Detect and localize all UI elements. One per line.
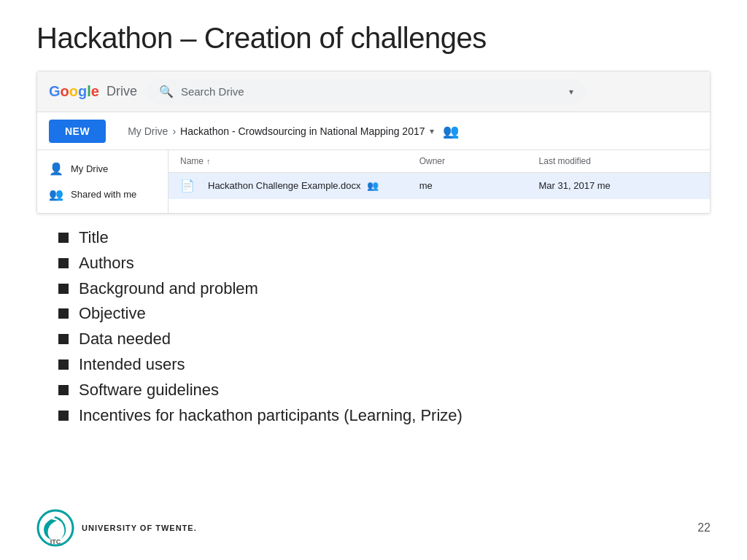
content-list: TitleAuthorsBackground and problemObject…	[58, 227, 711, 427]
sidebar-label-shared: Shared with me	[71, 189, 136, 200]
bullet-icon	[58, 334, 69, 344]
file-modified-date: Mar 31, 2017	[539, 180, 595, 191]
slide: Hackathon – Creation of challenges Googl…	[0, 0, 747, 560]
list-item: Software guidelines	[58, 379, 711, 402]
search-dropdown-arrow[interactable]: ▾	[569, 87, 573, 97]
list-item-text: Authors	[79, 252, 134, 275]
bullet-icon	[58, 284, 69, 294]
logo-drive-text: Drive	[107, 84, 137, 99]
drive-breadcrumb-bar: NEW My Drive › Hackathon - Crowdsourcing…	[37, 112, 710, 150]
col-name-header: Name ↑	[180, 156, 419, 166]
person-icon: 👤	[49, 162, 63, 176]
list-item-text: Objective	[79, 303, 146, 325]
file-modified: Mar 31, 2017 me	[539, 180, 698, 191]
list-item: Objective	[58, 303, 711, 325]
file-name-text: Hackathon Challenge Example.docx	[208, 180, 361, 191]
search-input[interactable]: Search Drive	[181, 85, 562, 98]
logo-g: G	[49, 83, 61, 100]
list-item: Authors	[58, 252, 711, 275]
drive-sidebar: 👤 My Drive 👥 Shared with me	[37, 150, 169, 213]
list-item-text: Data needed	[79, 328, 171, 351]
breadcrumb-mydrive[interactable]: My Drive	[128, 125, 168, 137]
search-bar[interactable]: 🔍 Search Drive ▾	[147, 79, 585, 104]
file-modified-by: me	[597, 180, 611, 191]
sidebar-item-sharedwithme[interactable]: 👥 Shared with me	[37, 182, 168, 207]
list-item: Title	[58, 227, 711, 249]
sidebar-item-mydrive[interactable]: 👤 My Drive	[37, 156, 168, 182]
doc-icon: 📄	[180, 179, 195, 192]
breadcrumb-current-folder[interactable]: Hackathon - Crowdsourcing in National Ma…	[180, 125, 425, 137]
col-modified-header: Last modified	[539, 156, 698, 166]
new-button[interactable]: NEW	[49, 120, 106, 143]
bullet-icon	[58, 411, 69, 421]
bullet-icon	[58, 258, 69, 268]
people-icon[interactable]: 👥	[443, 123, 459, 139]
file-owner: me	[419, 180, 539, 191]
sort-arrow-icon[interactable]: ↑	[206, 157, 211, 166]
list-item-text: Intended users	[79, 354, 185, 376]
table-row[interactable]: 📄 Hackathon Challenge Example.docx 👥 me …	[169, 173, 710, 199]
list-item: Data needed	[58, 328, 711, 351]
drive-topbar: Google Drive 🔍 Search Drive ▾	[37, 71, 710, 112]
drive-file-area: 👤 My Drive 👥 Shared with me Name ↑ Owner	[37, 150, 710, 213]
list-item-text: Software guidelines	[79, 379, 219, 402]
drive-file-list: Name ↑ Owner Last modified 📄 Hackathon C…	[169, 150, 710, 213]
list-item: Intended users	[58, 354, 711, 376]
logo-o1: o	[61, 83, 69, 100]
breadcrumb-caret[interactable]: ▾	[430, 126, 434, 136]
file-list-header: Name ↑ Owner Last modified	[169, 150, 710, 173]
google-logo-text: Google	[49, 83, 99, 100]
file-name: 📄 Hackathon Challenge Example.docx 👥	[180, 179, 419, 192]
col-owner-header: Owner	[419, 156, 539, 166]
footer-logo: ITC UNIVERSITY OF TWENTE.	[36, 509, 197, 547]
col-name-label[interactable]: Name	[180, 156, 204, 166]
page-number: 22	[697, 521, 711, 534]
logo-g2: g	[78, 83, 87, 100]
list-item-text: Background and problem	[79, 278, 258, 300]
slide-title: Hackathon – Creation of challenges	[36, 22, 711, 55]
breadcrumb: My Drive › Hackathon - Crowdsourcing in …	[128, 123, 458, 139]
svg-text:ITC: ITC	[50, 538, 61, 545]
list-item: Incentives for hackathon participants (L…	[58, 405, 711, 427]
bullet-icon	[58, 359, 69, 370]
sidebar-label-mydrive: My Drive	[71, 163, 108, 174]
logo-e: e	[91, 83, 99, 100]
list-item: Background and problem	[58, 278, 711, 300]
bullet-icon	[58, 308, 69, 319]
breadcrumb-arrow: ›	[172, 125, 176, 137]
itc-logo-icon: ITC	[36, 509, 74, 547]
logo-o2: o	[69, 83, 78, 100]
bullet-icon	[58, 385, 69, 395]
search-icon: 🔍	[159, 85, 174, 98]
bullet-icon	[58, 233, 69, 243]
list-item-text: Title	[79, 227, 109, 249]
people-icon: 👥	[49, 187, 63, 201]
shared-icon: 👥	[367, 180, 379, 191]
google-drive-logo: Google Drive	[49, 83, 137, 100]
slide-footer: ITC UNIVERSITY OF TWENTE. 22	[0, 509, 747, 547]
drive-ui: Google Drive 🔍 Search Drive ▾ NEW My Dri…	[36, 71, 711, 214]
university-name: UNIVERSITY OF TWENTE.	[82, 524, 197, 532]
list-item-text: Incentives for hackathon participants (L…	[79, 405, 462, 427]
